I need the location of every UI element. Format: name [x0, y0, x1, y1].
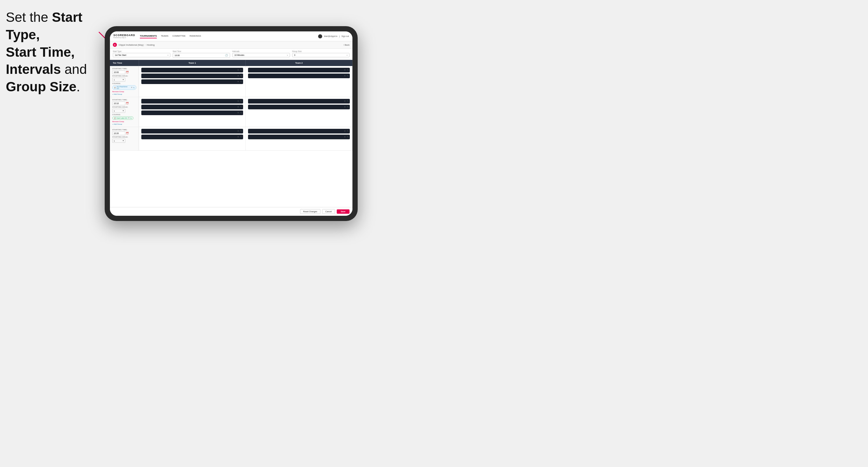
course-label-1: COURSE: — [112, 83, 136, 84]
player-x-3-2[interactable]: ✕ — [237, 106, 239, 108]
user-email: blair@clippd.io — [324, 35, 337, 37]
clock-icon: 🕐 — [225, 54, 228, 57]
group-size-select[interactable]: 3 ▾ — [292, 53, 350, 57]
player-edit-3-1[interactable]: ✎ — [240, 100, 242, 102]
add-group-btn-2[interactable]: + Add Group — [112, 123, 136, 125]
player-slot-3-1: ✕ ✎ — [141, 99, 243, 103]
player-x-1-3[interactable]: ✕ — [237, 81, 239, 83]
nav-committee[interactable]: COMMITTEE — [173, 34, 186, 38]
starting-hole-label-2: STARTING HOLE: — [112, 106, 136, 108]
reset-changes-button[interactable]: Reset Changes — [300, 209, 320, 214]
remove-group-btn-1[interactable]: Remove Group — [112, 91, 136, 92]
starting-hole-select-1[interactable]: 1 ▾ — [112, 77, 125, 82]
player-edit-1-3[interactable]: ✎ — [240, 81, 242, 83]
starting-time-input-1[interactable] — [112, 70, 125, 74]
group-left-1: STARTING TIME: ⏰ STARTING HOLE: 1 ▾ COUR… — [110, 66, 139, 97]
player-edit-4-1[interactable]: ✎ — [347, 100, 349, 102]
start-type-select[interactable]: 1st Tee Start ▾ — [113, 53, 170, 57]
th-tee-time: Tee Time — [110, 60, 139, 66]
add-group-btn-1[interactable]: + Add Group — [112, 93, 136, 95]
breadcrumb-sep: › — [145, 43, 146, 46]
instruction-period: . — [76, 79, 80, 94]
nav-teams[interactable]: TEAMS — [161, 34, 168, 38]
player-slot-1-3: ✕ ✎ — [141, 80, 243, 84]
course-tag-2: 🏌 East Lake GC ✕ ✎ — [112, 116, 136, 120]
start-time-value: 10:00 — [175, 54, 180, 56]
nav-rankings[interactable]: RANKINGS — [190, 34, 201, 38]
back-button[interactable]: ‹ Back — [343, 43, 349, 46]
th-team2: Team 2 — [246, 60, 352, 66]
course-edit-2[interactable]: ✎ — [130, 117, 132, 119]
starting-time-input-row-3: ⏰ — [112, 131, 136, 135]
course-edit-1[interactable]: ✎ — [133, 87, 135, 89]
player-x-6-1[interactable]: ✕ — [344, 130, 346, 132]
starting-time-input-2[interactable] — [112, 101, 125, 105]
remove-group-btn-2[interactable]: Remove Group — [112, 121, 136, 122]
player-edit-2-1[interactable]: ✎ — [347, 69, 349, 71]
player-x-6-2[interactable]: ✕ — [344, 136, 346, 138]
player-slot-3-2: ✕ ✎ — [141, 105, 243, 109]
breadcrumb-tournament[interactable]: Clippd Invitational (May) — [119, 43, 144, 46]
intervals-value: 10 Minutes — [235, 54, 244, 56]
clock-icon-1: ⏰ — [126, 71, 129, 73]
player-x-4-1[interactable]: ✕ — [344, 100, 346, 102]
player-x-2-1[interactable]: ✕ — [344, 69, 346, 71]
player-edit-4-2[interactable]: ✎ — [347, 106, 349, 108]
player-edit-6-2[interactable]: ✎ — [347, 136, 349, 138]
starting-time-label-2: STARTING TIME: — [112, 99, 136, 101]
nav-tournaments[interactable]: TOURNAMENTS — [140, 34, 157, 38]
player-x-5-1[interactable]: ✕ — [237, 130, 239, 132]
player-edit-5-1[interactable]: ✎ — [240, 130, 242, 132]
player-edit-5-2[interactable]: ✎ — [240, 136, 242, 138]
team2-col-1: ✕ ✎ ✕ ✎ — [246, 66, 352, 97]
starting-hole-select-3[interactable]: 1 ▾ — [112, 139, 125, 143]
hole-chevron-1: ▾ — [123, 79, 124, 81]
intervals-select[interactable]: 10 Minutes ▾ — [232, 53, 290, 57]
player-edit-3-3[interactable]: ✎ — [240, 112, 242, 114]
save-button[interactable]: Save — [337, 209, 349, 214]
player-slot-2-1: ✕ ✎ — [248, 68, 350, 72]
instruction-bold-1: Start Type, — [6, 9, 82, 42]
course-remove-1[interactable]: ✕ — [131, 86, 133, 89]
player-x-2-2[interactable]: ✕ — [344, 75, 346, 77]
group-row-2: STARTING TIME: ⏰ STARTING HOLE: 1 ▾ COUR… — [110, 97, 352, 127]
instruction-group-size: Group Size — [6, 79, 76, 94]
course-value-2: 🏌 East Lake GC ✕ ✎ — [112, 116, 133, 120]
player-edit-1-1[interactable]: ✎ — [240, 69, 242, 71]
player-x-3-3[interactable]: ✕ — [237, 112, 239, 114]
player-x-3-1[interactable]: ✕ — [237, 100, 239, 102]
sign-out-link[interactable]: Sign out — [341, 35, 349, 37]
clock-icon-3: ⏰ — [126, 132, 129, 135]
group-section-3: STARTING TIME: ⏰ STARTING HOLE: 1 ▾ — [110, 127, 352, 151]
player-x-5-2[interactable]: ✕ — [237, 136, 239, 138]
start-time-group: Start Time 10:00 🕐 — [173, 50, 230, 58]
navbar: SCOREBOARD Powered by clipp.io TOURNAMEN… — [110, 31, 352, 41]
back-label: ‹ Back — [343, 43, 349, 46]
course-tag-1: 🏌 (A) Peachtree GC ✕ ✎ — [112, 85, 136, 90]
group-size-chevron-icon: ▾ — [347, 54, 347, 56]
player-x-1-1[interactable]: ✕ — [237, 69, 239, 71]
player-x-1-2[interactable]: ✕ — [237, 75, 239, 77]
player-edit-2-2[interactable]: ✎ — [347, 75, 349, 77]
clock-icon-2: ⏰ — [126, 102, 129, 105]
starting-hole-select-2[interactable]: 1 ▾ — [112, 109, 125, 113]
cancel-button[interactable]: Cancel — [322, 209, 335, 214]
start-time-select[interactable]: 10:00 🕐 — [173, 53, 230, 58]
player-x-4-2[interactable]: ✕ — [344, 106, 346, 108]
starting-time-input-3[interactable] — [112, 131, 125, 135]
start-type-group: Start Type 1st Tee Start ▾ — [113, 50, 170, 58]
user-avatar — [318, 34, 322, 38]
player-slot-4-2: ✕ ✎ — [248, 105, 350, 109]
settings-row: Start Type 1st Tee Start ▾ Start Time 10… — [110, 49, 352, 60]
breadcrumb-section: Hosting — [147, 43, 154, 46]
player-edit-6-1[interactable]: ✎ — [347, 130, 349, 132]
team1-col-2: ✕ ✎ ✕ ✎ ✕ ✎ — [139, 97, 246, 127]
nav-right: blair@clippd.io | Sign out — [318, 34, 349, 38]
player-edit-1-2[interactable]: ✎ — [240, 75, 242, 77]
course-remove-2[interactable]: ✕ — [128, 117, 130, 119]
footer-bar: Reset Changes Cancel Save — [110, 207, 352, 216]
tablet-frame: SCOREBOARD Powered by clipp.io TOURNAMEN… — [105, 26, 358, 221]
intervals-label: Intervals — [232, 50, 290, 52]
team1-col-3: ✕ ✎ ✕ ✎ — [139, 127, 246, 150]
player-edit-3-2[interactable]: ✎ — [240, 106, 242, 108]
